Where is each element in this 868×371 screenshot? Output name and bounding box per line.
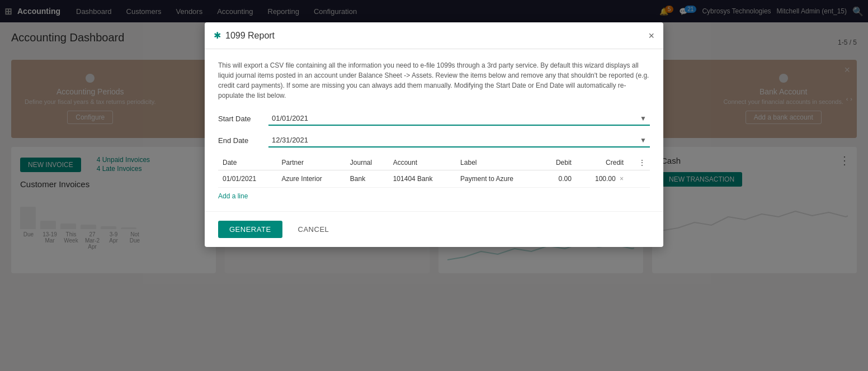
row-spacer	[628, 170, 650, 188]
end-date-dropdown-icon: ▼	[640, 136, 647, 144]
modal-title: 1099 Report	[225, 31, 648, 41]
generate-button[interactable]: GENERATE	[218, 221, 282, 238]
credit-value: 100.00	[595, 175, 616, 183]
col-account: Account	[389, 155, 456, 170]
modal-header: ✱ 1099 Report ×	[205, 22, 663, 49]
col-credit: Credit	[576, 155, 628, 170]
end-date-row: End Date 12/31/2021 ▼	[218, 134, 650, 148]
start-date-value: 01/01/2021	[272, 114, 640, 122]
modal-footer: GENERATE CANCEL	[205, 211, 663, 247]
table-more-icon[interactable]: ⋮	[639, 159, 645, 167]
report-modal: ✱ 1099 Report × This will export a CSV f…	[205, 22, 663, 247]
row-credit: 100.00 ×	[576, 170, 628, 188]
end-date-label: End Date	[218, 136, 268, 145]
row-account: 101404 Bank	[389, 170, 456, 188]
end-date-value: 12/31/2021	[272, 136, 640, 144]
col-label: Label	[456, 155, 542, 170]
col-debit: Debit	[542, 155, 576, 170]
start-date-input[interactable]: 01/01/2021 ▼	[268, 112, 650, 126]
row-journal: Bank	[346, 170, 389, 188]
modal-body: This will export a CSV file containing a…	[205, 49, 663, 211]
row-partner: Azure Interior	[277, 170, 346, 188]
row-debit: 0.00	[542, 170, 576, 188]
report-table: Date Partner Journal Account Label Debit…	[218, 155, 650, 188]
row-date: 01/01/2021	[218, 170, 277, 188]
col-actions: ⋮	[628, 155, 650, 170]
table-row: 01/01/2021 Azure Interior Bank 101404 Ba…	[218, 170, 650, 188]
col-journal: Journal	[346, 155, 389, 170]
start-date-row: Start Date 01/01/2021 ▼	[218, 112, 650, 126]
row-label: Payment to Azure	[456, 170, 542, 188]
table-header: Date Partner Journal Account Label Debit…	[218, 155, 650, 170]
col-date: Date	[218, 155, 277, 170]
start-date-label: Start Date	[218, 115, 268, 123]
end-date-input[interactable]: 12/31/2021 ▼	[268, 134, 650, 148]
start-date-dropdown-icon: ▼	[640, 115, 647, 122]
cancel-button[interactable]: CANCEL	[289, 221, 338, 238]
col-partner: Partner	[277, 155, 346, 170]
add-line-link[interactable]: Add a line	[218, 192, 248, 200]
modal-description: This will export a CSV file containing a…	[218, 60, 650, 101]
delete-row-icon[interactable]: ×	[620, 175, 624, 183]
table-body: 01/01/2021 Azure Interior Bank 101404 Ba…	[218, 170, 650, 188]
modal-close-button[interactable]: ×	[648, 31, 654, 41]
modal-overlay: ✱ 1099 Report × This will export a CSV f…	[0, 0, 868, 282]
modal-header-icon: ✱	[214, 30, 221, 41]
